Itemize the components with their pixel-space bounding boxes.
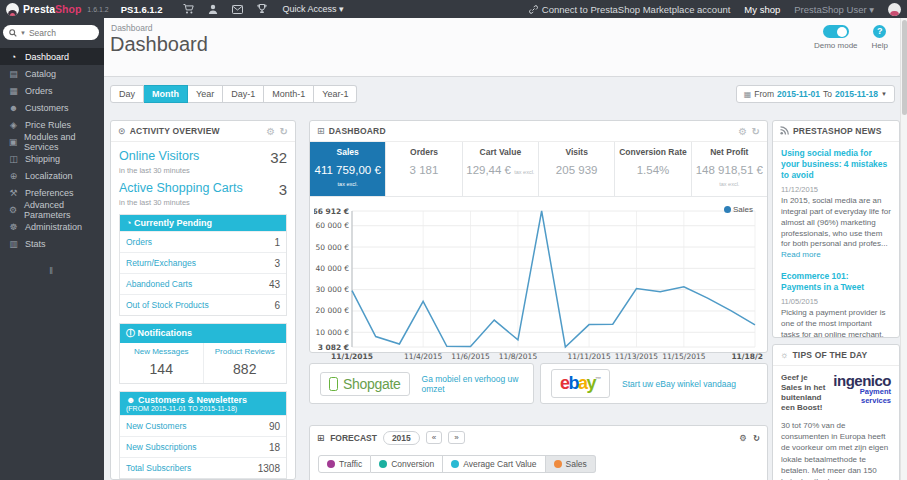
pending-returns-link[interactable]: Return/Exchanges [126,258,196,268]
cart-icon[interactable] [183,4,194,14]
sidebar-item-administration[interactable]: ☸Administration [0,218,104,235]
shopgate-logo: Shopgate [320,372,410,396]
help-icon[interactable]: ? [873,25,886,38]
range-month-1-button[interactable]: Month-1 [264,85,314,103]
brand-ps-version: PS1.6.1.2 [121,4,163,15]
pending-row: Return/Exchanges3 [120,252,286,273]
legend-avg-cart-button[interactable]: Average Cart Value [443,455,545,473]
new-messages-cell[interactable]: New Messages 144 [120,343,203,383]
user-menu[interactable]: PrestaShop User ▾ [794,4,874,15]
range-day-button[interactable]: Day [110,85,144,103]
messages-icon[interactable] [232,5,243,14]
activity-overview-panel: ⊙ ACTIVITY OVERVIEW ⚙ ↻ Online Visitors … [110,120,296,480]
pending-row: Orders1 [120,231,286,252]
currently-pending-block: ◔ Currently Pending Orders1 Return/Excha… [119,214,287,316]
pending-outofstock-link[interactable]: Out of Stock Products [126,300,209,310]
new-subscriptions-link[interactable]: New Subscriptions [126,442,196,452]
range-month-button[interactable]: Month [144,85,188,103]
user-avatar[interactable] [888,3,901,16]
online-visitors-value: 32 [270,149,287,166]
forecast-title: FORECAST [330,433,377,443]
sidebar-item-preferences[interactable]: ⚒Preferences [0,184,104,201]
online-visitors-link[interactable]: Online Visitors [119,149,199,163]
sidebar-item-stats[interactable]: ▥Stats [0,235,104,252]
online-visitors-sub: in the last 30 minutes [119,166,287,175]
refresh-icon[interactable]: ↻ [279,126,288,137]
sidebar-item-modules[interactable]: ▣Modules and Services [0,133,104,150]
product-reviews-cell[interactable]: Product Reviews 882 [203,343,287,383]
ebay-ad-panel[interactable]: ebay™ Start uw eBay winkel vandaag [540,363,768,404]
kpi-cart-value[interactable]: Cart Value129,44 € tax excl. [463,142,539,196]
pending-orders-link[interactable]: Orders [126,237,152,247]
refresh-icon[interactable]: ↻ [753,433,760,443]
marketplace-link[interactable]: Connect to PrestaShop Marketplace accoun… [529,4,731,15]
forecast-next-button[interactable]: » [448,431,464,444]
sidebar-item-orders[interactable]: ▦Orders [0,82,104,99]
kpi-sales[interactable]: Sales411 759,00 € tax excl. [310,142,386,196]
tips-heading: Geef je Sales in het buitenland een Boos… [781,373,827,413]
range-year-1-button[interactable]: Year-1 [314,85,357,103]
sidebar-item-catalog[interactable]: ▤Catalog [0,65,104,82]
legend-conversion-button[interactable]: Conversion [371,455,443,473]
forecast-legend: Traffic Conversion Average Cart Value Sa… [318,455,767,473]
trophy-icon[interactable] [257,4,267,14]
news-article-title[interactable]: Using social media for your business: 4 … [781,148,891,181]
date-range-picker[interactable]: ▦ From2015-11-01 To2015-11-18 ▼ [736,85,895,103]
forecast-prev-button[interactable]: « [426,431,442,444]
my-shop-link[interactable]: My shop [744,4,780,15]
sidebar-collapse-icon[interactable]: ‖ [0,266,104,276]
sales-legend-dot-icon [724,206,731,213]
customer-icon[interactable] [208,4,218,14]
ebay-logo: ebay™ [551,369,610,398]
sidebar-item-dashboard[interactable]: ◔Dashboard [0,48,104,65]
gear-icon[interactable]: ⚙ [738,126,747,137]
ebay-link[interactable]: Start uw eBay winkel vandaag [622,379,736,389]
legend-sales-button[interactable]: Sales [546,455,596,473]
brand-presta: Presta [23,3,55,15]
brand-version: 1.6.1.2 [87,6,108,13]
sidebar-item-advanced-parameters[interactable]: ⚙Advanced Parameters [0,201,104,218]
news-title: PRESTASHOP NEWS [793,126,882,136]
read-more-link[interactable]: Read more [781,250,821,259]
vertical-scrollbar[interactable] [900,18,907,480]
refresh-icon[interactable]: ↻ [751,126,760,137]
kpi-net-profit[interactable]: Net Profit148 918,51 € tax excl. [692,142,767,196]
legend-traffic-button[interactable]: Traffic [318,455,371,473]
kpi-visits[interactable]: Visits205 939 [539,142,615,196]
range-year-button[interactable]: Year [188,85,223,103]
news-article-title[interactable]: Ecommerce 101: Payments in a Tweet [781,271,891,293]
active-carts-link[interactable]: Active Shopping Carts [119,181,243,195]
svg-text:11/8/2015: 11/8/2015 [499,352,538,361]
demo-mode-toggle[interactable] [823,25,849,38]
sidebar-item-localization[interactable]: ⊕Localization [0,167,104,184]
scrollbar-thumb[interactable] [902,20,907,115]
quick-access-menu[interactable]: Quick Access ▾ [283,4,344,14]
forecast-icon: ⊞ [317,433,324,443]
sales-line-chart-svg: 66 912 €60 000 €50 000 €40 000 €30 000 €… [314,199,763,363]
forecast-panel: ⊞ FORECAST 2015 « » ⚙ ↻ Traffic Conversi… [309,425,768,480]
sidebar-search[interactable]: ▼ [3,25,99,40]
brand[interactable]: PrestaShop 1.6.1.2 PS1.6.1.2 [0,3,169,16]
demo-mode-control: Demo mode [814,25,858,50]
pending-abandoned-link[interactable]: Abandoned Carts [126,279,192,289]
kpi-orders[interactable]: Orders3 181 [386,142,462,196]
new-customers-link[interactable]: New Customers [126,421,186,431]
search-scope-caret-icon[interactable]: ▼ [20,30,26,36]
info-icon: ⓘ [126,328,138,338]
search-input[interactable] [29,28,87,38]
range-day-1-button[interactable]: Day-1 [223,85,264,103]
sidebar-item-shipping[interactable]: ◫Shipping [0,150,104,167]
tips-title: TIPS OF THE DAY [792,350,867,360]
svg-text:60 000 €: 60 000 € [316,221,350,230]
shopgate-ad-panel[interactable]: Shopgate Ga mobiel en verhoog uw omzet [309,363,534,404]
breadcrumb[interactable]: Dashboard [111,23,153,33]
gear-icon[interactable]: ⚙ [266,126,275,137]
total-subscribers-link[interactable]: Total Subscribers [126,463,191,473]
customers-row: New Subscriptions18 [120,436,286,457]
kpi-conversion-rate[interactable]: Conversion Rate1.54% [615,142,691,196]
shopgate-link[interactable]: Ga mobiel en verhoog uw omzet [422,374,523,394]
sidebar-item-price-rules[interactable]: ◈Price Rules [0,116,104,133]
sidebar-item-customers[interactable]: ☻Customers [0,99,104,116]
gear-icon[interactable]: ⚙ [739,433,747,443]
prestashop-logo-icon [6,3,19,16]
